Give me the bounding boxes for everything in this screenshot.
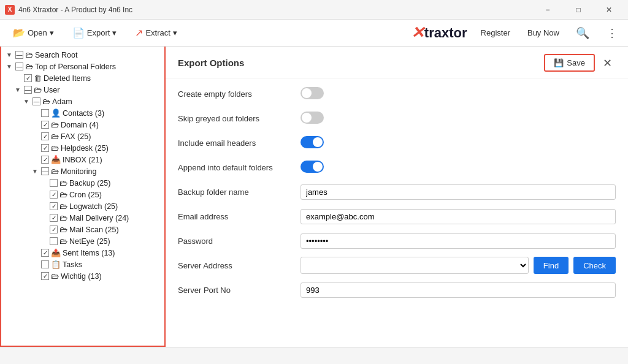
label-password: Password <box>178 237 301 246</box>
expand-root[interactable]: ▼ <box>5 51 13 59</box>
input-backup-folder-name[interactable] <box>301 184 616 200</box>
tree-label-cron: Cron (25) <box>69 191 102 199</box>
label-create-empty-folders: Create empty folders <box>178 89 301 99</box>
checkbox-mailscan[interactable]: ✓ <box>50 226 58 233</box>
export-form: Create empty folders Skip greyed out fol… <box>166 78 628 311</box>
open-icon: 📂 <box>13 27 25 39</box>
toolbar: 📂 Open ▾ 📄 Export ▾ ↗ Extract ▾ ✕ traxto… <box>0 20 628 47</box>
checkbox-wichtig[interactable]: ✓ <box>41 272 49 280</box>
tree-label-deleted: Deleted Items <box>44 74 91 83</box>
checkbox-user[interactable]: — <box>24 86 32 94</box>
checkbox-helpdesk[interactable]: ✓ <box>41 144 49 152</box>
select-server-address[interactable] <box>301 257 529 274</box>
tree-label-monitoring: Monitoring <box>61 167 96 176</box>
row-server-port: Server Port No <box>178 281 616 299</box>
expand-user[interactable]: ▼ <box>13 86 22 94</box>
expand-personal[interactable]: ▼ <box>5 63 13 71</box>
control-backup-folder-name <box>301 184 616 200</box>
label-include-email-headers: Include email headers <box>178 138 301 148</box>
expand-tasks[interactable] <box>31 260 39 269</box>
toggle-append-default-folders[interactable] <box>301 161 324 173</box>
folder-icon-user: 🗁 <box>34 85 42 94</box>
expand-fax[interactable] <box>31 132 39 141</box>
checkbox-monitoring[interactable]: — <box>41 167 49 175</box>
maximize-button[interactable]: □ <box>564 0 592 20</box>
folder-icon-adam: 🗁 <box>42 97 50 106</box>
tree-item-contacts: 👤 Contacts (3) <box>1 107 164 119</box>
toggle-skip-greyed[interactable] <box>301 112 324 124</box>
expand-monitoring[interactable]: ▼ <box>31 167 39 176</box>
control-server-address: Find Check <box>301 257 616 274</box>
expand-wichtig[interactable] <box>31 272 39 281</box>
control-server-port <box>301 282 616 298</box>
toggle-include-email-headers[interactable] <box>301 136 324 148</box>
label-server-address: Server Address <box>178 261 301 270</box>
checkbox-sentitems[interactable]: ✓ <box>41 249 49 257</box>
label-append-default-folders: Append into default folders <box>178 163 301 172</box>
minimize-button[interactable]: − <box>534 0 562 20</box>
save-button[interactable]: 💾 Save <box>544 54 595 72</box>
expand-deleted[interactable] <box>13 74 22 83</box>
close-window-button[interactable]: ✕ <box>595 0 623 20</box>
expand-neteye[interactable] <box>39 237 48 246</box>
checkbox-adam[interactable]: — <box>33 97 40 105</box>
toggle-create-empty-folders[interactable] <box>301 87 324 99</box>
register-link[interactable]: Register <box>477 26 514 40</box>
brand-x: ✕ <box>411 23 424 42</box>
tree-item-mailscan: ✓ 🗁 Mail Scan (25) <box>1 224 164 235</box>
checkbox-deleted[interactable]: ✓ <box>24 74 32 82</box>
expand-contacts[interactable] <box>31 109 39 118</box>
label-backup-folder-name: Backup folder name <box>178 188 301 197</box>
expand-helpdesk[interactable] <box>31 144 39 153</box>
save-label: Save <box>567 58 585 67</box>
input-email-address[interactable] <box>301 209 616 224</box>
folder-icon-neteye: 🗁 <box>59 237 67 246</box>
expand-mailscan[interactable] <box>39 226 48 234</box>
tree-item-sentitems: ✓ 📤 Sent Items (13) <box>1 247 164 259</box>
input-server-port[interactable] <box>301 282 616 298</box>
check-button[interactable]: Check <box>573 257 616 274</box>
input-password[interactable] <box>301 233 616 249</box>
expand-sentitems[interactable] <box>31 249 39 257</box>
checkbox-maildelivery[interactable]: ✓ <box>50 214 58 222</box>
expand-maildelivery[interactable] <box>39 214 48 222</box>
inbox-icon: 📥 <box>51 155 61 164</box>
tree-item-deleted: ✓ 🗑 Deleted Items <box>1 72 164 84</box>
close-export-button[interactable]: ✕ <box>599 55 616 72</box>
extract-button[interactable]: ↗ Extract ▾ <box>128 24 183 42</box>
checkbox-tasks[interactable] <box>41 260 49 268</box>
checkbox-root[interactable]: — <box>15 51 23 59</box>
tree-label-helpdesk: Helpdesk (25) <box>61 144 109 153</box>
expand-domain[interactable] <box>31 121 39 129</box>
checkbox-personal[interactable]: — <box>15 63 23 70</box>
checkbox-cron[interactable]: ✓ <box>50 191 58 199</box>
buy-now-link[interactable]: Buy Now <box>524 26 563 40</box>
open-button[interactable]: 📂 Open ▾ <box>6 24 61 42</box>
checkbox-logwatch[interactable]: ✓ <box>50 202 58 210</box>
expand-logwatch[interactable] <box>39 202 48 211</box>
tree-item-root: ▼ — 🗁 Search Root <box>1 49 164 61</box>
checkbox-contacts[interactable] <box>41 109 49 117</box>
export-header: Export Options 💾 Save ✕ <box>166 47 628 78</box>
row-backup-folder-name: Backup folder name <box>178 183 616 201</box>
tree-label-domain: Domain (4) <box>61 121 99 129</box>
checkbox-inbox[interactable]: ✓ <box>41 156 49 164</box>
find-button[interactable]: Find <box>534 257 569 274</box>
checkbox-domain[interactable]: ✓ <box>41 121 49 129</box>
search-toolbar-button[interactable]: 🔍 <box>573 23 592 43</box>
tree-label-mailscan: Mail Scan (25) <box>69 226 119 234</box>
tasks-icon: 📋 <box>51 260 61 269</box>
expand-adam[interactable]: ▼ <box>22 97 31 106</box>
expand-cron[interactable] <box>39 191 48 199</box>
row-server-address: Server Address Find Check <box>178 256 616 275</box>
more-menu-button[interactable]: ⋮ <box>602 23 622 43</box>
tree-label-fax: FAX (25) <box>61 132 91 141</box>
extract-label: Extract <box>145 28 170 37</box>
expand-inbox[interactable] <box>31 156 39 164</box>
expand-backup[interactable] <box>39 179 48 188</box>
checkbox-backup[interactable] <box>50 179 58 187</box>
export-button[interactable]: 📄 Export ▾ <box>66 24 124 42</box>
checkbox-neteye[interactable] <box>50 237 58 245</box>
checkbox-fax[interactable]: ✓ <box>41 132 49 140</box>
app-title: 4n6 Xtraxtor - A Product by 4n6 Inc <box>18 6 132 14</box>
